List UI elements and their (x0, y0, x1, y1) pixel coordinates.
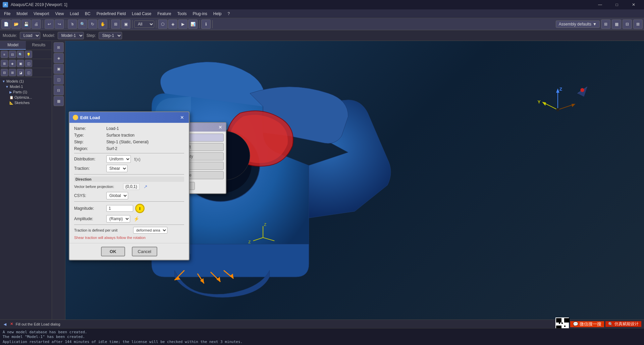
part-btn[interactable]: ◈ (168, 19, 177, 29)
menu-bc[interactable]: BC (82, 10, 93, 17)
display-btn1[interactable]: ⊞ (601, 19, 610, 29)
redo-btn[interactable]: ↪ (55, 19, 64, 29)
fit-btn[interactable]: ⊞ (111, 19, 120, 29)
anim-btn3[interactable]: ◪ (17, 69, 24, 76)
amplitude-row: Amplitude: (Ramp) ⚡ (74, 215, 184, 223)
tree-parts[interactable]: ▶ Parts (1) (1, 89, 50, 95)
menu-help[interactable]: Help (211, 10, 224, 17)
amplitude-graph-icon[interactable]: ⚡ (133, 216, 139, 221)
menu-load-case[interactable]: Load Case (129, 10, 154, 17)
vtb-btn6[interactable]: ▦ (54, 96, 64, 106)
menu-load[interactable]: Load (67, 10, 82, 17)
magnitude-row[interactable]: Magnitude: I (74, 204, 184, 213)
menu-file[interactable]: File (1, 10, 13, 17)
window-title: Abaqus/CAE 2019 [Viewport: 1] (11, 2, 590, 7)
vtb-btn1[interactable]: ⊞ (54, 42, 64, 52)
menu-tools[interactable]: Tools (174, 10, 189, 17)
select-btn[interactable]: 🖱 (68, 19, 77, 29)
display-btn2[interactable]: ▦ (612, 19, 621, 29)
view-btn1[interactable]: ⊞ (1, 60, 8, 67)
search-icon2: 🔍 (608, 322, 613, 327)
vtb-btn3[interactable]: ▣ (54, 64, 64, 74)
amplitude-select[interactable]: (Ramp) (106, 215, 130, 223)
window-controls[interactable]: — □ ✕ (592, 0, 641, 9)
help-btn[interactable]: ℹ (201, 19, 211, 29)
tree-model1[interactable]: ▼ Model-1 (1, 84, 50, 89)
distribution-select[interactable]: Uniform (106, 155, 131, 163)
minimize-button[interactable]: — (592, 0, 608, 9)
status-cancel-button[interactable]: ✕ (10, 322, 13, 326)
anim-btn4[interactable]: ◫ (25, 69, 32, 76)
fx-icon: f(x) (134, 157, 141, 162)
view-btn2[interactable]: ◈ (9, 60, 16, 67)
tree-lightbulb-btn[interactable]: 💡 (25, 51, 32, 58)
mesh-btn[interactable]: ⬡ (158, 19, 167, 29)
analysis-btn[interactable]: ▶ (178, 19, 187, 29)
sep3 (74, 201, 184, 202)
vtb-btn2[interactable]: ◈ (54, 53, 64, 63)
traction-select[interactable]: Shear (106, 165, 127, 172)
edit-load-title-bar: Edit Load ✕ (69, 112, 189, 123)
svg-line-17 (558, 105, 573, 110)
new-btn[interactable]: 📄 (1, 19, 11, 29)
left-vertical-toolbar: ⊞ ◈ ▣ ◫ ⊟ ▦ (52, 41, 65, 319)
rotate-btn[interactable]: ↻ (88, 19, 97, 29)
edit-load-close-button[interactable]: ✕ (179, 114, 185, 121)
anim-btn1[interactable]: ⊟ (1, 69, 8, 76)
tree-expand-btn[interactable]: ≡ (1, 51, 8, 58)
vtb-btn4[interactable]: ◫ (54, 75, 64, 85)
module-select[interactable]: Load (20, 32, 40, 39)
tree-filter-btn[interactable]: 🔍 (17, 51, 24, 58)
view-btn3[interactable]: ▣ (17, 60, 24, 67)
tree-models[interactable]: ▼ Models (1) (1, 79, 50, 84)
load-manager-close-button[interactable]: ✕ (218, 125, 222, 130)
save-btn[interactable]: 💾 (21, 19, 31, 29)
anim-btn2[interactable]: ⊞ (9, 69, 16, 76)
display-btn4[interactable]: ⊠ (633, 19, 643, 29)
display-btn3[interactable]: ⊟ (623, 19, 632, 29)
ok-button[interactable]: OK (101, 247, 125, 256)
tab-results[interactable]: Results (26, 41, 52, 50)
tab-model[interactable]: Model (0, 41, 26, 50)
model-tree: ▼ Models (1) ▼ Model-1 ▶ Parts (1) 📋 Opt… (0, 77, 52, 319)
model-select[interactable]: Model-1 (58, 32, 84, 39)
print-btn[interactable]: 🖨 (32, 19, 41, 29)
vector-row: Vector before projection: (0,0,1) ↗ (74, 183, 184, 190)
undo-btn[interactable]: ↩ (45, 19, 54, 29)
view-btn4[interactable]: ◫ (25, 60, 32, 67)
nav-prev-button[interactable]: ◄ (3, 322, 7, 327)
csys-select[interactable]: Global (106, 192, 128, 199)
status-message: Fill out the Edit Load dialog (16, 322, 60, 326)
open-btn[interactable]: 📂 (11, 19, 21, 29)
tree-sketches[interactable]: 📐 Sketches (1, 100, 50, 105)
pan-btn[interactable]: ✋ (98, 19, 107, 29)
results-btn[interactable]: 📊 (188, 19, 198, 29)
menu-model[interactable]: Model (14, 10, 30, 17)
menu-viewport[interactable]: Viewport (31, 10, 52, 17)
tree-toolbar3: ⊟ ⊞ ◪ ◫ (0, 68, 52, 77)
menu-question[interactable]: ? (225, 10, 233, 17)
per-unit-select[interactable]: deformed area (133, 227, 167, 234)
step-select[interactable]: Step-1 (99, 32, 122, 39)
menu-feature[interactable]: Feature (155, 10, 174, 17)
tree-optimiza[interactable]: 📋 Optimiza... (1, 95, 50, 100)
svg-marker-12 (556, 89, 559, 93)
filter-select[interactable]: All (134, 20, 154, 28)
vector-cursor-icon[interactable]: ↗ (144, 184, 148, 189)
magnitude-input[interactable] (106, 205, 133, 212)
cancel-button[interactable]: Cancel (132, 247, 157, 256)
view3d-btn[interactable]: ▣ (121, 19, 130, 29)
tree-models-label: Models (1) (6, 79, 24, 83)
menu-predefined-field[interactable]: Predefined Field (94, 10, 128, 17)
wechat-icon: 💬 (573, 322, 578, 327)
tree-model1-icon: ▼ (5, 85, 9, 89)
zoom-btn[interactable]: 🔍 (78, 19, 87, 29)
vtb-btn5[interactable]: ⊟ (54, 85, 64, 95)
tree-collapse-btn[interactable]: ⊟ (9, 51, 16, 58)
menu-view[interactable]: View (53, 10, 67, 17)
close-button[interactable]: ✕ (626, 0, 641, 9)
magnitude-label: Magnitude: (74, 206, 104, 211)
maximize-button[interactable]: □ (609, 0, 625, 9)
menu-plugins[interactable]: Plug-ins (190, 10, 210, 17)
assembly-defaults-button[interactable]: Assembly defaults ▼ (556, 20, 600, 28)
